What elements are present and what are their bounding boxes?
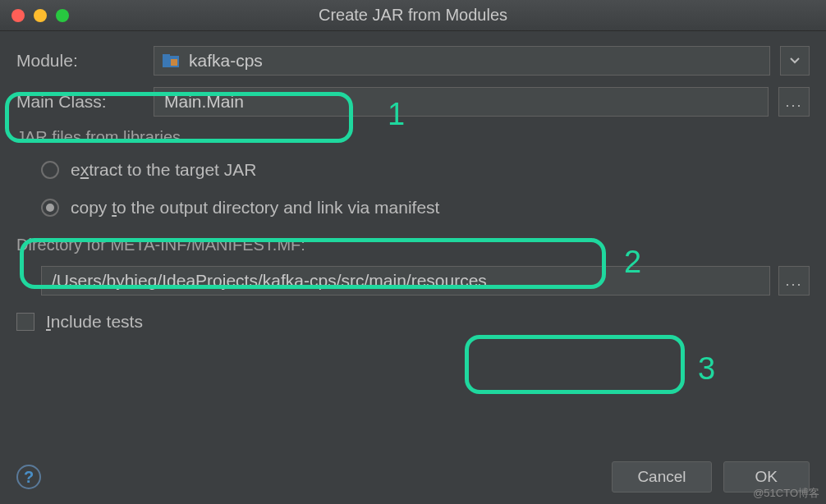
extract-option[interactable]: extract to the target JAR [41, 160, 810, 180]
dialog-footer: ? Cancel OK [16, 461, 810, 493]
titlebar: Create JAR from Modules [0, 0, 826, 31]
copy-label: copy to the output directory and link vi… [71, 198, 439, 218]
annotation-3: 3 [698, 351, 715, 387]
cancel-button[interactable]: Cancel [612, 461, 711, 493]
module-icon [163, 54, 179, 67]
module-row: Module: kafka-cps [16, 46, 810, 76]
include-tests-row[interactable]: Include tests [16, 312, 810, 332]
extract-label: extract to the target JAR [71, 160, 256, 180]
window-title: Create JAR from Modules [0, 6, 826, 25]
directory-label: Directory for META-INF/MANIFEST.MF: [16, 236, 810, 254]
libraries-radio-group: extract to the target JAR copy to the ou… [16, 160, 810, 218]
radio-checked-icon [41, 199, 59, 217]
module-label: Module: [16, 51, 144, 71]
svg-rect-1 [163, 54, 170, 57]
module-dropdown-button[interactable] [780, 46, 810, 76]
maximize-icon[interactable] [56, 9, 69, 22]
directory-row: ... [16, 266, 810, 296]
chevron-down-icon [790, 57, 800, 64]
close-icon[interactable] [11, 9, 25, 22]
directory-input[interactable] [41, 266, 770, 296]
main-class-row: Main Class: ... [16, 87, 810, 117]
include-tests-label: Include tests [46, 312, 143, 332]
svg-rect-2 [171, 59, 177, 66]
checkbox-icon [16, 313, 34, 331]
radio-icon [41, 161, 59, 179]
watermark: @51CTO博客 [753, 486, 819, 501]
main-class-browse-button[interactable]: ... [778, 87, 810, 117]
copy-option[interactable]: copy to the output directory and link vi… [41, 198, 810, 218]
dialog-content: Module: kafka-cps Main Class: ... JAR fi… [0, 31, 826, 332]
window-controls [0, 9, 69, 22]
module-select[interactable]: kafka-cps [154, 46, 770, 76]
highlight-3 [465, 335, 685, 394]
main-class-input[interactable] [154, 87, 769, 117]
main-class-label: Main Class: [16, 92, 144, 112]
help-button[interactable]: ? [16, 465, 41, 489]
directory-browse-button[interactable]: ... [778, 266, 810, 296]
minimize-icon[interactable] [34, 9, 47, 22]
module-value: kafka-cps [189, 51, 263, 71]
libraries-section-label: JAR files from libraries [16, 128, 810, 147]
